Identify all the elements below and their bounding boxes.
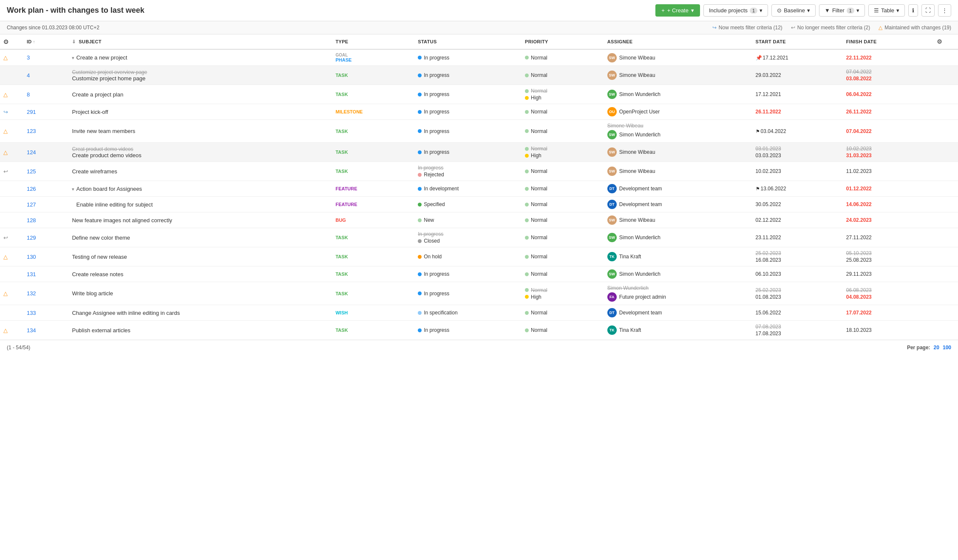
- start-old-date: 25.02.2023: [756, 250, 839, 256]
- assignee-name: Simone Wibeau: [619, 217, 655, 223]
- subject-cell: Write blog article: [68, 282, 332, 305]
- type-cell: GOALPHASE: [335, 53, 411, 62]
- type-badge: TASK: [335, 73, 411, 78]
- finish-date-td: 10.02.202331.03.2023: [843, 143, 933, 162]
- priority-dot: [525, 187, 529, 191]
- priority-old-dot: [525, 89, 529, 93]
- row-settings-td: [933, 266, 958, 282]
- id-sort[interactable]: ID ↑: [27, 39, 65, 44]
- create-label: + Create: [667, 7, 689, 14]
- assignee-item: SW Simone Wibeau: [607, 147, 749, 157]
- subject-text: Define new color theme: [72, 235, 130, 241]
- row-id-link[interactable]: 125: [27, 168, 36, 175]
- row-id-link[interactable]: 128: [27, 217, 36, 223]
- col-header-change: ⊙: [0, 34, 23, 49]
- table-button[interactable]: ☰ Table ▾: [868, 4, 905, 17]
- row-id-link[interactable]: 132: [27, 290, 36, 297]
- priority-dot: [525, 255, 529, 259]
- row-id-link[interactable]: 133: [27, 310, 36, 316]
- change-up-icon: △: [3, 149, 8, 156]
- row-id-link[interactable]: 127: [27, 201, 36, 208]
- baseline-icon: ⊙: [777, 7, 782, 14]
- status-cell: In progress: [418, 109, 518, 115]
- assignee-cell-td: SW Simon Wunderlich: [604, 85, 752, 104]
- row-id-link[interactable]: 124: [27, 149, 36, 156]
- finish-date-cell: 06.08.202304.08.2023: [846, 287, 930, 300]
- finish-date-cell: 10.02.202331.03.2023: [846, 146, 930, 158]
- expand-icon[interactable]: ▾: [72, 55, 74, 60]
- assignee-cell: DT Development team: [607, 308, 749, 317]
- type-badge: TASK: [335, 150, 411, 155]
- start-date: 06.10.2023: [756, 271, 839, 277]
- finish-date-td: 14.06.2022: [843, 197, 933, 212]
- row-id-link[interactable]: 4: [27, 72, 30, 79]
- row-id-link[interactable]: 291: [27, 109, 36, 115]
- start-date-cell: 17.12.2021: [756, 91, 839, 97]
- avatar: SW: [607, 233, 617, 242]
- baseline-button[interactable]: ⊙ Baseline ▾: [771, 4, 816, 17]
- status-cell-td: In progress: [414, 104, 522, 120]
- status-text: Specified: [424, 201, 445, 207]
- priority-dot: [525, 154, 529, 158]
- info-button[interactable]: ℹ: [908, 4, 918, 17]
- filter-button[interactable]: ▼ Filter 1 ▾: [819, 4, 865, 17]
- page-title: Work plan - with changes to last week: [7, 6, 650, 15]
- type-badge: TASK: [335, 169, 411, 174]
- status-cell-td: In progress: [414, 120, 522, 143]
- create-button[interactable]: + + Create ▾: [655, 4, 700, 17]
- filter-icon: ▼: [825, 7, 830, 14]
- per-page-20[interactable]: 20: [934, 345, 939, 351]
- more-button[interactable]: ⋮: [938, 4, 951, 17]
- assignee-cell: Simon Wunderlich FA Future project admin: [607, 285, 749, 302]
- start-date: ⚑13.06.2022: [756, 186, 839, 192]
- type-cell-td: TASK: [332, 321, 414, 340]
- id-cell: 291: [23, 104, 69, 120]
- col-header-id[interactable]: ID ↑: [23, 34, 69, 49]
- table-settings-icon[interactable]: ⚙: [937, 38, 942, 45]
- priority-item: Normal: [525, 217, 601, 223]
- row-id-link[interactable]: 126: [27, 186, 36, 192]
- finish-date-cell: 14.06.2022: [846, 201, 930, 207]
- row-id-link[interactable]: 134: [27, 327, 36, 334]
- change-up-icon: △: [3, 91, 8, 98]
- type-badge: PHASE: [335, 57, 411, 62]
- row-id-link[interactable]: 130: [27, 254, 36, 260]
- finish-date: 27.11.2022: [846, 235, 930, 240]
- priority-old-item: Normal: [525, 287, 601, 293]
- status-item: In specification: [418, 310, 518, 316]
- col-header-settings[interactable]: ⚙: [933, 34, 958, 49]
- start-date-cell: 26.11.2022: [756, 109, 839, 115]
- main-table-container: ⊙ ID ↑ ⇓ SUBJECT TYPE STATUS PRIORITY AS…: [0, 34, 958, 340]
- subject-cell: Project kick-off: [68, 104, 332, 120]
- avatar: SW: [607, 71, 617, 80]
- assignee-item: DT Development team: [607, 200, 749, 209]
- status-item: New: [418, 217, 518, 223]
- col-header-subject[interactable]: ⇓ SUBJECT: [68, 34, 332, 49]
- per-page-100[interactable]: 100: [943, 345, 951, 351]
- priority-item: Normal: [525, 235, 601, 240]
- assignee-name: Simone Wibeau: [619, 149, 655, 155]
- include-projects-button[interactable]: Include projects 1 ▾: [703, 4, 768, 17]
- assignee-name: Simon Wunderlich: [619, 91, 660, 97]
- change-cell: △: [0, 247, 23, 266]
- type-cell-td: FEATURE: [332, 197, 414, 212]
- row-id-link[interactable]: 129: [27, 235, 36, 241]
- priority-cell-td: Normal: [522, 181, 604, 197]
- fullscreen-button[interactable]: ⛶: [921, 4, 935, 17]
- type-cell: MILESTONE: [335, 109, 411, 114]
- expand-icon[interactable]: ▾: [72, 187, 74, 192]
- id-cell: 134: [23, 321, 69, 340]
- finish-date: 24.02.2023: [846, 217, 930, 223]
- status-text: Closed: [424, 238, 439, 244]
- assignee-cell-td: SW Simone Wibeau: [604, 212, 752, 228]
- row-id-link[interactable]: 131: [27, 271, 36, 277]
- row-id-link[interactable]: 123: [27, 128, 36, 134]
- priority-text: Normal: [531, 186, 547, 192]
- type-cell: TASK: [335, 169, 411, 174]
- finish-date-td: 24.02.2023: [843, 212, 933, 228]
- priority-dot: [525, 203, 529, 206]
- row-id-link[interactable]: 3: [27, 54, 30, 61]
- row-id-link[interactable]: 8: [27, 91, 30, 98]
- status-dot: [418, 93, 422, 96]
- priority-cell-td: Normal: [522, 66, 604, 85]
